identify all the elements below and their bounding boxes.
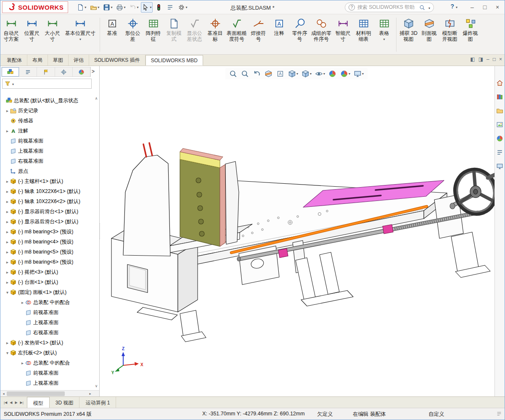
ribbon-button[interactable] bbox=[100, 18, 100, 52]
tree-item[interactable]: 前视基准面 bbox=[0, 136, 93, 146]
task-pane-button[interactable] bbox=[496, 149, 503, 157]
scrollbar-thumb[interactable] bbox=[7, 391, 65, 396]
quick-access-button[interactable]: ▾ bbox=[76, 2, 87, 13]
quick-access-button[interactable]: ▾ bbox=[102, 2, 114, 13]
tree-item[interactable]: 前视基准面 bbox=[0, 307, 93, 317]
graphics-viewport[interactable]: Z X Y bbox=[100, 66, 494, 396]
panel-expand-icon[interactable] bbox=[92, 69, 98, 74]
ribbon-button[interactable]: 阵列特 征 bbox=[143, 15, 163, 54]
hud-button[interactable] bbox=[241, 70, 249, 78]
hud-button[interactable]: ▾ bbox=[301, 70, 312, 78]
quick-access-button[interactable] bbox=[154, 2, 164, 13]
ribbon-button[interactable]: 焊接符 号 bbox=[249, 15, 268, 54]
task-pane-button[interactable] bbox=[496, 93, 503, 102]
ribbon-button[interactable]: 爆炸视 图 bbox=[460, 15, 480, 54]
tree-item[interactable]: 右视基准面 bbox=[0, 328, 93, 338]
command-tab[interactable]: 草图 bbox=[48, 55, 69, 66]
tree-item[interactable]: ▸ (-) 台面<1> (默认) bbox=[0, 277, 93, 287]
filter-dropdown-icon[interactable] bbox=[11, 81, 14, 87]
command-tab[interactable]: SOLIDWORKS MBD bbox=[145, 55, 203, 66]
minimize-icon[interactable]: – bbox=[466, 0, 479, 14]
task-pane-button[interactable] bbox=[496, 79, 503, 88]
scroll-left-icon[interactable] bbox=[0, 392, 7, 396]
ribbon-button[interactable]: 位置尺 寸 bbox=[22, 15, 42, 54]
tree-item[interactable]: ▸ 总装配 中的配合 bbox=[0, 358, 93, 368]
tree-item[interactable]: 总装配 (默认<默认_显示状态 bbox=[0, 95, 93, 106]
hud-button[interactable]: ▾ bbox=[288, 70, 298, 78]
arrow-right-icon[interactable]: ▸ bbox=[5, 250, 10, 254]
arrow-right-icon[interactable]: ▸ bbox=[5, 240, 10, 244]
ribbon-button[interactable]: 显示公 差状态 bbox=[185, 15, 204, 54]
search-dropdown-icon[interactable] bbox=[428, 5, 430, 11]
hud-button[interactable] bbox=[253, 70, 261, 78]
close-icon[interactable]: × bbox=[491, 0, 504, 14]
tree-item[interactable]: ▸ (-) m8 bearing<4> (预设) bbox=[0, 237, 93, 247]
arrow-right-icon[interactable]: ▸ bbox=[20, 361, 25, 365]
arrow-right-icon[interactable]: ▸ bbox=[5, 209, 10, 214]
status-custom[interactable]: 自定义 bbox=[428, 411, 444, 418]
ribbon-button[interactable]: 材料明 细表 bbox=[354, 15, 373, 54]
hud-button[interactable] bbox=[229, 70, 238, 78]
panel-tab[interactable] bbox=[73, 67, 90, 77]
task-pane-button[interactable] bbox=[496, 163, 503, 171]
tree-item[interactable]: 传感器 bbox=[0, 116, 93, 126]
ribbon-button[interactable]: 表面粗糙 度符号 bbox=[226, 15, 248, 54]
ribbon-button[interactable]: 注释 bbox=[269, 15, 289, 54]
arrow-down-icon[interactable]: ▾ bbox=[323, 72, 325, 76]
arrow-down-icon[interactable]: ▾ bbox=[124, 5, 125, 9]
arrow-right-icon[interactable]: ▸ bbox=[5, 230, 10, 234]
help-button[interactable]: ? bbox=[450, 3, 457, 10]
ribbon-button[interactable]: 成组的零 件序号 bbox=[310, 15, 332, 54]
tree-item[interactable]: 原点 bbox=[0, 166, 93, 176]
tree-item[interactable]: ▸ (-) 摇把<3> (默认) bbox=[0, 267, 93, 277]
first-icon[interactable]: |◀ bbox=[3, 401, 8, 404]
tree-item[interactable]: 上视基准面 bbox=[0, 317, 93, 328]
model-heater-tubes[interactable] bbox=[143, 143, 152, 157]
tree-item[interactable]: ▸ 总装配 中的配合 bbox=[0, 297, 93, 307]
hud-button[interactable] bbox=[276, 70, 285, 78]
maximize-icon[interactable]: □ bbox=[479, 0, 491, 14]
tree-horizontal-scrollbar[interactable] bbox=[0, 390, 93, 396]
arrow-down-icon[interactable]: ▾ bbox=[296, 72, 298, 76]
tree-item[interactable]: ▸ (-) m8 bearing<3> (预设) bbox=[0, 227, 93, 237]
tree-item[interactable]: 右视基准面 bbox=[0, 156, 93, 166]
tree-item[interactable]: 前视基准面 bbox=[0, 368, 93, 378]
arrow-right-icon[interactable]: ▸ bbox=[5, 280, 10, 285]
arrow-right-icon[interactable]: ▸ bbox=[5, 199, 10, 204]
hud-button[interactable]: ▾ bbox=[354, 70, 364, 78]
tag-editor-icon[interactable] bbox=[496, 411, 502, 417]
tree-item[interactable]: ▾ (固定) 面板<1> (默认) bbox=[0, 287, 93, 297]
tree-item[interactable]: ▸ 注解 bbox=[0, 126, 93, 136]
prev-pane-icon[interactable]: ◧ bbox=[470, 56, 475, 62]
command-tab[interactable]: SOLIDWORKS 插件 bbox=[89, 55, 145, 66]
ribbon-button[interactable]: 大小尺 寸 bbox=[42, 15, 62, 54]
panel-tab[interactable] bbox=[37, 67, 55, 77]
tree-item[interactable]: 上视基准面 bbox=[0, 146, 93, 156]
arrow-right-icon[interactable]: ▸ bbox=[20, 300, 25, 305]
arrow-down-icon[interactable]: ▾ bbox=[85, 5, 86, 9]
tree-item[interactable]: ▸ (-) 轴承 10X22X6<2> (默认) bbox=[0, 196, 93, 206]
task-pane-button[interactable] bbox=[496, 107, 503, 116]
tree-filter-box[interactable] bbox=[2, 79, 92, 89]
last-icon[interactable]: ▶| bbox=[19, 401, 24, 404]
quick-access-button[interactable]: ▾ bbox=[89, 2, 100, 13]
tree-item[interactable]: ▸ (-) 发热管<1> (默认) bbox=[0, 338, 93, 348]
arrow-right-icon[interactable]: ▸ bbox=[5, 129, 10, 133]
tree-item[interactable]: ▸ (-) 显示器前滑台<1> (默认) bbox=[0, 206, 93, 217]
tree-item[interactable]: ▸ (-) m8 bearing<5> (预设) bbox=[0, 247, 93, 257]
help-dropdown-icon[interactable] bbox=[455, 3, 457, 10]
arrow-down-icon[interactable]: ▾ bbox=[5, 351, 10, 355]
hud-button[interactable] bbox=[328, 70, 337, 78]
quick-access-button[interactable]: ▾ bbox=[128, 2, 140, 13]
tree-item[interactable]: ▾ 左托板<2> (默认) bbox=[0, 348, 93, 358]
quick-access-button[interactable]: ▾ bbox=[177, 2, 188, 13]
ribbon-button[interactable]: 自动尺 寸方案 bbox=[1, 15, 21, 54]
arrow-down-icon[interactable]: ▾ bbox=[150, 5, 151, 9]
panel-tab[interactable] bbox=[2, 67, 19, 77]
search-icon[interactable] bbox=[419, 5, 425, 11]
arrow-down-icon[interactable]: ▾ bbox=[185, 5, 187, 9]
arrow-down-icon[interactable]: ▾ bbox=[137, 5, 138, 9]
ribbon-button[interactable] bbox=[396, 18, 397, 52]
arrow-right-icon[interactable]: ▸ bbox=[5, 108, 10, 113]
hud-button[interactable] bbox=[264, 70, 273, 78]
